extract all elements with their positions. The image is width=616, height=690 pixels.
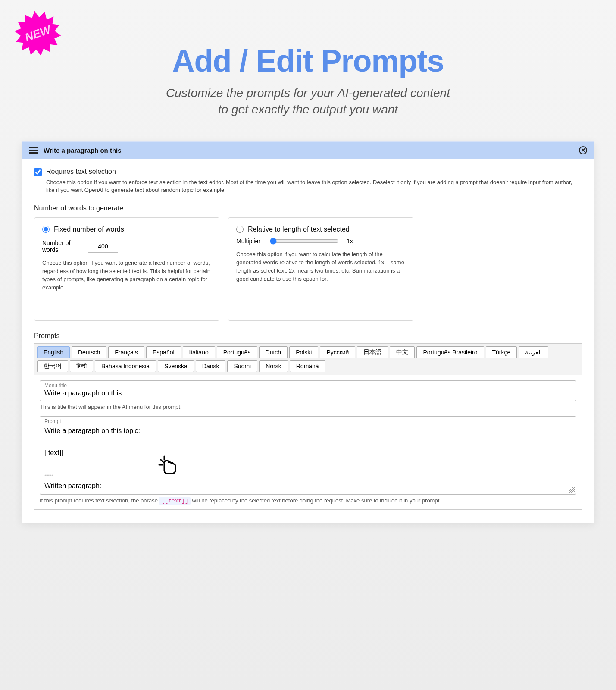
requires-selection-label: Requires text selection: [46, 168, 116, 176]
page-subtitle: Customize the prompts for your AI-genera…: [22, 85, 594, 118]
language-tab[interactable]: English: [37, 346, 70, 358]
prompts-inner: Menu title This is title that will appea…: [34, 375, 582, 509]
text-token: [[text]]: [159, 497, 190, 505]
prompt-help: If this prompt requires text selection, …: [40, 497, 576, 504]
requires-selection-row: Requires text selection: [34, 168, 582, 176]
word-options-row: Fixed number of words Number of words Ch…: [34, 217, 582, 321]
multiplier-value: 1x: [347, 238, 353, 245]
language-tab[interactable]: 한국어: [37, 360, 68, 372]
fixed-words-card: Fixed number of words Number of words Ch…: [34, 217, 219, 321]
words-section-label: Number of words to generate: [34, 204, 582, 212]
panel-title: Write a paragraph on this: [44, 147, 579, 154]
language-tab[interactable]: Français: [108, 346, 144, 358]
language-tab[interactable]: Italiano: [183, 346, 215, 358]
panel-body: Requires text selection Choose this opti…: [22, 159, 594, 523]
language-tab[interactable]: Dansk: [196, 360, 226, 372]
fixed-words-label: Fixed number of words: [54, 226, 124, 233]
language-tab-strip: EnglishDeutschFrançaisEspañolItalianoPor…: [34, 344, 582, 375]
requires-selection-help: Choose this option if you want to enforc…: [46, 179, 582, 194]
hero: Add / Edit Prompts Customize the prompts…: [22, 43, 594, 118]
multiplier-slider[interactable]: [270, 238, 339, 245]
language-tab[interactable]: Русский: [320, 346, 355, 358]
language-tab[interactable]: Português: [217, 346, 257, 358]
new-badge: NEW: [15, 11, 60, 56]
language-tab[interactable]: Norsk: [259, 360, 288, 372]
language-tab[interactable]: 日本語: [357, 346, 388, 358]
prompt-textarea[interactable]: [44, 424, 572, 489]
prompt-field: Prompt: [40, 416, 576, 495]
language-tab[interactable]: हिन्दी: [70, 360, 93, 372]
language-tab[interactable]: Deutsch: [72, 346, 106, 358]
prompts-section: Prompts EnglishDeutschFrançaisEspañolIta…: [34, 332, 582, 510]
close-icon[interactable]: [579, 146, 587, 154]
prompts-box: EnglishDeutschFrançaisEspañolItalianoPor…: [34, 343, 582, 510]
number-of-words-input[interactable]: [88, 240, 118, 253]
menu-title-input[interactable]: [44, 389, 572, 397]
multiplier-label: Multiplier: [236, 238, 262, 245]
fixed-words-help: Choose this option if you want to genera…: [42, 259, 211, 292]
requires-selection-checkbox[interactable]: [34, 168, 42, 176]
language-tab[interactable]: Português Brasileiro: [416, 346, 484, 358]
language-tab[interactable]: Polski: [289, 346, 318, 358]
menu-title-field: Menu title: [40, 380, 576, 401]
prompts-label: Prompts: [34, 332, 582, 340]
language-tab[interactable]: Türkçe: [486, 346, 517, 358]
language-tab[interactable]: 中文: [390, 346, 415, 358]
language-tab[interactable]: Dutch: [259, 346, 288, 358]
number-of-words-label: Number of words: [42, 239, 81, 253]
language-tab[interactable]: العربية: [519, 346, 548, 358]
language-tab[interactable]: Bahasa Indonesia: [95, 360, 156, 372]
language-tab[interactable]: Română: [290, 360, 325, 372]
prompt-editor-panel: Write a paragraph on this Requires text …: [22, 141, 594, 523]
page-title: Add / Edit Prompts: [22, 43, 594, 78]
language-tab[interactable]: Suomi: [227, 360, 257, 372]
menu-title-help: This is title that will appear in the AI…: [40, 404, 576, 410]
prompt-label: Prompt: [44, 418, 572, 424]
language-tab[interactable]: Español: [146, 346, 181, 358]
relative-words-help: Choose this option if you want to calcul…: [236, 251, 405, 283]
menu-title-label: Menu title: [44, 383, 572, 389]
menu-icon[interactable]: [29, 147, 38, 154]
relative-words-card: Relative to length of text selected Mult…: [228, 217, 413, 321]
fixed-words-radio[interactable]: [42, 226, 50, 233]
relative-words-label: Relative to length of text selected: [248, 226, 350, 233]
panel-header: Write a paragraph on this: [22, 142, 594, 159]
relative-words-radio[interactable]: [236, 226, 244, 233]
language-tab[interactable]: Svenska: [158, 360, 194, 372]
